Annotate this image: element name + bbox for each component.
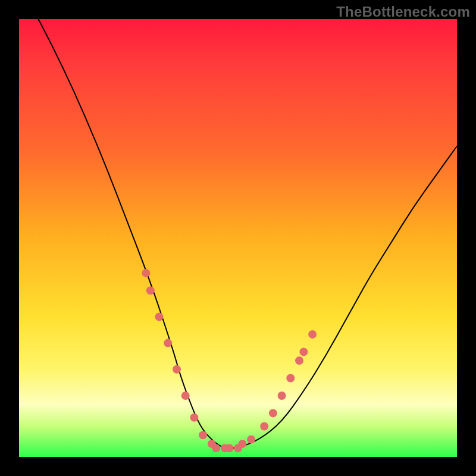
curve-dot <box>299 347 308 356</box>
curve-dot <box>181 392 190 400</box>
curve-dot <box>190 414 198 422</box>
curve-dot <box>199 431 207 439</box>
curve-dot <box>295 356 303 365</box>
curve-dot <box>146 286 155 295</box>
curve-dot <box>164 339 172 347</box>
curve-dot <box>173 365 181 374</box>
curve-dot <box>308 330 317 339</box>
curve-dot <box>238 440 246 448</box>
chart-stage: TheBottleneck.com <box>0 0 476 476</box>
bottleneck-curve <box>19 0 457 448</box>
curve-dot <box>269 409 277 417</box>
curve-dot <box>286 374 295 383</box>
curve-dot <box>142 269 150 277</box>
curve-dot <box>212 444 220 452</box>
curve-layer <box>19 19 457 457</box>
curve-dot <box>155 313 164 321</box>
curve-dots <box>142 269 317 452</box>
curve-dot <box>278 392 286 400</box>
curve-dot <box>260 422 268 431</box>
watermark-text: TheBottleneck.com <box>336 4 470 20</box>
curve-dot <box>225 444 233 452</box>
plot-area <box>19 19 457 457</box>
curve-dot <box>247 436 255 444</box>
